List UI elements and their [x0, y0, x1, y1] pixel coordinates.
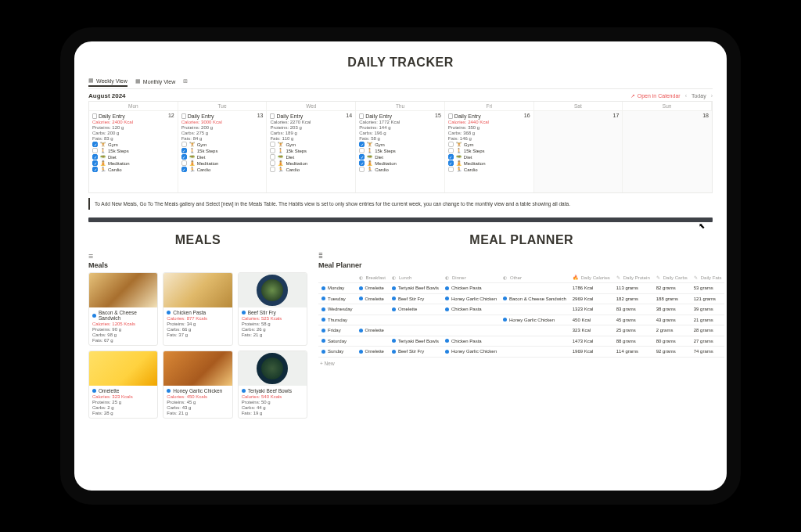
ot-cell[interactable]: [500, 304, 569, 315]
gallery-view-icon[interactable]: ☰: [88, 253, 307, 260]
meal-card[interactable]: Honey Garlic Chicken Calories: 450 Kcals…: [163, 350, 232, 419]
entry-title[interactable]: Daily Entry: [181, 113, 264, 119]
day-cell-empty[interactable]: 17: [534, 110, 623, 192]
tab-weekly[interactable]: ▦ Weekly View: [88, 76, 128, 87]
bf-cell[interactable]: [356, 304, 389, 315]
habit-checkbox[interactable]: [270, 148, 275, 153]
add-view-icon[interactable]: ⊞: [183, 78, 188, 84]
planner-col-header[interactable]: ✎Daily Fats: [691, 272, 725, 283]
ot-cell[interactable]: [500, 336, 569, 347]
planner-row[interactable]: Wednesday Omelette Chicken Pasta 1323 Kc…: [318, 304, 724, 315]
habit-checkbox[interactable]: ✓: [92, 142, 98, 147]
di-cell[interactable]: Honey Garlic Chicken: [442, 347, 500, 358]
lu-cell[interactable]: Teriyaki Beef Bowls: [389, 283, 442, 294]
meal-card[interactable]: Omelette Calories: 323 Kcals Proteins: 2…: [88, 350, 158, 419]
planner-col-header[interactable]: ✎Daily Carbs: [653, 272, 691, 283]
planner-col-header[interactable]: ◐Dinner: [442, 272, 500, 283]
new-row-button[interactable]: + New: [318, 358, 724, 369]
planner-row[interactable]: Tuesday Omelette Beef Stir Fry Honey Gar…: [318, 293, 724, 304]
lu-cell[interactable]: Teriyaki Beef Bowls: [389, 336, 442, 347]
habit-checkbox[interactable]: ✓: [181, 148, 187, 153]
meal-chip[interactable]: Omelette: [359, 286, 384, 290]
open-in-calendar[interactable]: ↗ Open in Calendar: [630, 93, 681, 99]
day-cell-empty[interactable]: 18: [623, 110, 712, 192]
day-cell[interactable]: 12 Daily Entry Calories: 2400 Kcal Prote…: [89, 110, 178, 192]
habit-checkbox[interactable]: ✓: [181, 167, 187, 172]
meal-card[interactable]: Chicken Pasta Calories: 877 Kcals Protei…: [163, 272, 232, 346]
meal-card[interactable]: Bacon & Cheese Sandwich Calories: 1205 K…: [88, 272, 158, 346]
ot-cell[interactable]: [500, 325, 569, 336]
habit-checkbox[interactable]: [270, 160, 275, 166]
ot-cell[interactable]: [500, 347, 569, 358]
habit-checkbox[interactable]: [448, 142, 454, 147]
habit-checkbox[interactable]: [270, 154, 275, 160]
planner-col-header[interactable]: ✎Daily Protein: [613, 272, 653, 283]
meal-chip[interactable]: Chicken Pasta: [445, 286, 482, 290]
habit-checkbox[interactable]: ✓: [359, 160, 365, 166]
meal-chip[interactable]: Omelette: [359, 349, 384, 354]
habit-checkbox[interactable]: ✓: [448, 160, 454, 166]
habit-checkbox[interactable]: ✓: [359, 154, 365, 160]
meal-chip[interactable]: Chicken Pasta: [445, 307, 482, 311]
day-cell[interactable]: 16 Daily Entry Calories: 2440 Kcal Prote…: [445, 110, 534, 192]
meal-chip[interactable]: Teriyaki Beef Bowls: [392, 286, 439, 290]
bf-cell[interactable]: Omelette: [356, 283, 389, 294]
habit-checkbox[interactable]: [270, 142, 275, 147]
planner-col-header[interactable]: ◐Other: [500, 272, 569, 283]
meal-chip[interactable]: Honey Garlic Chicken: [503, 318, 555, 322]
habit-checkbox[interactable]: ✓: [92, 154, 98, 160]
day-cell[interactable]: 15 Daily Entry Calories: 1772 Kcal Prote…: [356, 110, 445, 192]
planner-col-header[interactable]: ◐Lunch: [389, 272, 442, 283]
entry-title[interactable]: Daily Entry: [92, 113, 174, 119]
bf-cell[interactable]: Omelette: [356, 347, 389, 358]
meal-chip[interactable]: Omelette: [359, 328, 384, 332]
habit-checkbox[interactable]: ✓: [359, 142, 365, 147]
planner-row[interactable]: Thursday Honey Garlic Chicken 450 Kcal 4…: [318, 315, 724, 325]
habit-checkbox[interactable]: ✓: [181, 154, 187, 160]
di-cell[interactable]: Chicken Pasta: [442, 304, 500, 315]
di-cell[interactable]: [442, 325, 500, 336]
meal-chip[interactable]: Beef Stir Fry: [392, 349, 424, 354]
habit-checkbox[interactable]: ✓: [92, 160, 98, 166]
habit-checkbox[interactable]: [181, 160, 187, 166]
tab-monthly[interactable]: ▦ Monthly View: [135, 77, 176, 86]
bf-cell[interactable]: Omelette: [356, 293, 389, 304]
habit-checkbox[interactable]: [359, 148, 365, 153]
ot-cell[interactable]: Bacon & Cheese Sandwich: [500, 293, 569, 304]
di-cell[interactable]: Chicken Pasta: [442, 336, 500, 347]
lu-cell[interactable]: Beef Stir Fry: [389, 347, 442, 358]
lu-cell[interactable]: Beef Stir Fry: [389, 293, 442, 304]
table-view-icon[interactable]: ≣: [318, 253, 724, 260]
next-arrow-icon[interactable]: ›: [711, 93, 713, 99]
ot-cell[interactable]: Honey Garlic Chicken: [500, 315, 569, 325]
meal-card[interactable]: Beef Stir Fry Calories: 525 Kcals Protei…: [238, 272, 307, 346]
bf-cell[interactable]: [356, 315, 389, 325]
habit-checkbox[interactable]: [270, 167, 275, 172]
habit-checkbox[interactable]: [359, 167, 365, 172]
habit-checkbox[interactable]: ✓: [448, 154, 454, 160]
planner-row[interactable]: Monday Omelette Teriyaki Beef Bowls Chic…: [318, 283, 724, 294]
planner-row[interactable]: Sunday Omelette Beef Stir Fry Honey Garl…: [318, 347, 724, 358]
bf-cell[interactable]: Omelette: [356, 325, 389, 336]
planner-row[interactable]: Saturday Teriyaki Beef Bowls Chicken Pas…: [318, 336, 724, 347]
meal-card[interactable]: Teriyaki Beef Bowls Calories: 540 Kcals …: [238, 350, 307, 419]
planner-col-header[interactable]: 🔥Daily Calories: [569, 272, 613, 283]
meal-chip[interactable]: Honey Garlic Chicken: [445, 297, 497, 301]
di-cell[interactable]: Honey Garlic Chicken: [442, 293, 500, 304]
di-cell[interactable]: Chicken Pasta: [442, 283, 500, 294]
habit-checkbox[interactable]: [92, 148, 98, 153]
habit-checkbox[interactable]: [448, 167, 454, 172]
planner-col-header[interactable]: [318, 272, 356, 283]
lu-cell[interactable]: [389, 315, 442, 325]
prev-arrow-icon[interactable]: ‹: [685, 93, 687, 99]
habit-checkbox[interactable]: [448, 148, 454, 153]
habit-checkbox[interactable]: ✓: [92, 167, 98, 172]
meal-chip[interactable]: Omelette: [392, 307, 417, 311]
meal-chip[interactable]: Omelette: [359, 297, 384, 301]
di-cell[interactable]: [442, 315, 500, 325]
planner-row[interactable]: Friday Omelette 323 Kcal 25 grams 2 gram…: [318, 325, 724, 336]
habit-checkbox[interactable]: [181, 142, 187, 147]
today-button[interactable]: Today: [691, 93, 706, 99]
entry-title[interactable]: Daily Entry: [359, 113, 441, 119]
lu-cell[interactable]: [389, 325, 442, 336]
